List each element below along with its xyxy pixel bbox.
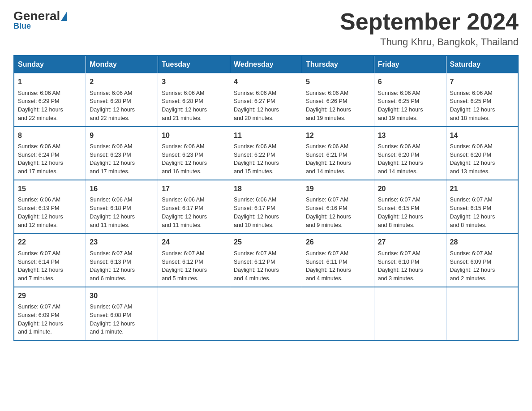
table-row: 22Sunrise: 6:07 AMSunset: 6:14 PMDayligh…: [14, 233, 86, 287]
table-row: 29Sunrise: 6:07 AMSunset: 6:09 PMDayligh…: [14, 287, 86, 340]
logo-blue-text: Blue: [13, 21, 31, 31]
day-info: Sunrise: 6:07 AMSunset: 6:15 PMDaylight:…: [450, 196, 514, 229]
day-info: Sunrise: 6:07 AMSunset: 6:16 PMDaylight:…: [306, 196, 370, 229]
day-info: Sunrise: 6:07 AMSunset: 6:15 PMDaylight:…: [378, 196, 442, 229]
day-info: Sunrise: 6:07 AMSunset: 6:08 PMDaylight:…: [90, 303, 154, 336]
title-area: September 2024 Thung Khru, Bangkok, Thai…: [340, 9, 519, 48]
day-info: Sunrise: 6:06 AMSunset: 6:27 PMDaylight:…: [234, 89, 298, 123]
day-info: Sunrise: 6:07 AMSunset: 6:13 PMDaylight:…: [90, 249, 154, 283]
day-info: Sunrise: 6:06 AMSunset: 6:25 PMDaylight:…: [450, 89, 514, 123]
day-number: 30: [90, 291, 154, 301]
day-number: 1: [18, 77, 82, 87]
calendar-week-row: 8Sunrise: 6:06 AMSunset: 6:24 PMDaylight…: [14, 127, 518, 180]
table-row: [302, 287, 374, 340]
logo-area: General Blue: [13, 9, 68, 31]
day-info: Sunrise: 6:07 AMSunset: 6:09 PMDaylight:…: [450, 249, 514, 283]
header-monday: Monday: [86, 56, 158, 73]
logo-arrow-icon: [61, 11, 67, 21]
table-row: 23Sunrise: 6:07 AMSunset: 6:13 PMDayligh…: [86, 233, 158, 287]
day-info: Sunrise: 6:07 AMSunset: 6:12 PMDaylight:…: [234, 249, 298, 283]
day-info: Sunrise: 6:07 AMSunset: 6:12 PMDaylight:…: [162, 249, 226, 283]
header-wednesday: Wednesday: [230, 56, 302, 73]
day-number: 19: [306, 184, 370, 194]
table-row: 15Sunrise: 6:06 AMSunset: 6:19 PMDayligh…: [14, 180, 86, 233]
table-row: 28Sunrise: 6:07 AMSunset: 6:09 PMDayligh…: [446, 233, 518, 287]
table-row: 16Sunrise: 6:06 AMSunset: 6:18 PMDayligh…: [86, 180, 158, 233]
table-row: 30Sunrise: 6:07 AMSunset: 6:08 PMDayligh…: [86, 287, 158, 340]
day-info: Sunrise: 6:06 AMSunset: 6:26 PMDaylight:…: [306, 89, 370, 123]
day-info: Sunrise: 6:06 AMSunset: 6:20 PMDaylight:…: [450, 142, 514, 176]
calendar-week-row: 15Sunrise: 6:06 AMSunset: 6:19 PMDayligh…: [14, 180, 518, 233]
day-number: 13: [378, 131, 442, 141]
day-info: Sunrise: 6:06 AMSunset: 6:18 PMDaylight:…: [90, 196, 154, 229]
day-number: 15: [18, 184, 82, 194]
day-number: 9: [90, 131, 154, 141]
day-number: 14: [450, 131, 514, 141]
day-number: 7: [450, 77, 514, 87]
day-info: Sunrise: 6:06 AMSunset: 6:28 PMDaylight:…: [90, 89, 154, 123]
table-row: 1Sunrise: 6:06 AMSunset: 6:29 PMDaylight…: [14, 73, 86, 127]
day-info: Sunrise: 6:07 AMSunset: 6:10 PMDaylight:…: [378, 249, 442, 283]
day-number: 11: [234, 131, 298, 141]
header-saturday: Saturday: [446, 56, 518, 73]
table-row: 14Sunrise: 6:06 AMSunset: 6:20 PMDayligh…: [446, 127, 518, 180]
header-sunday: Sunday: [14, 56, 86, 73]
day-number: 6: [378, 77, 442, 87]
day-info: Sunrise: 6:06 AMSunset: 6:17 PMDaylight:…: [162, 196, 226, 229]
table-row: 3Sunrise: 6:06 AMSunset: 6:28 PMDaylight…: [158, 73, 230, 127]
calendar-table: Sunday Monday Tuesday Wednesday Thursday…: [13, 55, 519, 341]
day-number: 21: [450, 184, 514, 194]
page-header: General Blue September 2024 Thung Khru, …: [13, 9, 519, 48]
table-row: 5Sunrise: 6:06 AMSunset: 6:26 PMDaylight…: [302, 73, 374, 127]
day-number: 3: [162, 77, 226, 87]
table-row: 8Sunrise: 6:06 AMSunset: 6:24 PMDaylight…: [14, 127, 86, 180]
day-info: Sunrise: 6:07 AMSunset: 6:14 PMDaylight:…: [18, 249, 82, 283]
header-friday: Friday: [374, 56, 446, 73]
day-number: 2: [90, 77, 154, 87]
table-row: 13Sunrise: 6:06 AMSunset: 6:20 PMDayligh…: [374, 127, 446, 180]
day-info: Sunrise: 6:06 AMSunset: 6:17 PMDaylight:…: [234, 196, 298, 229]
day-info: Sunrise: 6:06 AMSunset: 6:21 PMDaylight:…: [306, 142, 370, 176]
day-number: 8: [18, 131, 82, 141]
day-number: 5: [306, 77, 370, 87]
table-row: [374, 287, 446, 340]
day-number: 12: [306, 131, 370, 141]
day-info: Sunrise: 6:06 AMSunset: 6:29 PMDaylight:…: [18, 89, 82, 123]
table-row: 6Sunrise: 6:06 AMSunset: 6:25 PMDaylight…: [374, 73, 446, 127]
calendar-week-row: 1Sunrise: 6:06 AMSunset: 6:29 PMDaylight…: [14, 73, 518, 127]
day-info: Sunrise: 6:07 AMSunset: 6:09 PMDaylight:…: [18, 303, 82, 336]
table-row: 26Sunrise: 6:07 AMSunset: 6:11 PMDayligh…: [302, 233, 374, 287]
day-info: Sunrise: 6:06 AMSunset: 6:23 PMDaylight:…: [90, 142, 154, 176]
day-info: Sunrise: 6:06 AMSunset: 6:19 PMDaylight:…: [18, 196, 82, 229]
day-info: Sunrise: 6:07 AMSunset: 6:11 PMDaylight:…: [306, 249, 370, 283]
table-row: 27Sunrise: 6:07 AMSunset: 6:10 PMDayligh…: [374, 233, 446, 287]
month-title: September 2024: [340, 9, 519, 34]
table-row: 9Sunrise: 6:06 AMSunset: 6:23 PMDaylight…: [86, 127, 158, 180]
day-number: 24: [162, 237, 226, 247]
table-row: 17Sunrise: 6:06 AMSunset: 6:17 PMDayligh…: [158, 180, 230, 233]
day-number: 27: [378, 237, 442, 247]
day-number: 22: [18, 237, 82, 247]
table-row: 10Sunrise: 6:06 AMSunset: 6:23 PMDayligh…: [158, 127, 230, 180]
header-thursday: Thursday: [302, 56, 374, 73]
day-number: 16: [90, 184, 154, 194]
table-row: [446, 287, 518, 340]
day-info: Sunrise: 6:06 AMSunset: 6:28 PMDaylight:…: [162, 89, 226, 123]
day-number: 10: [162, 131, 226, 141]
day-number: 17: [162, 184, 226, 194]
table-row: 19Sunrise: 6:07 AMSunset: 6:16 PMDayligh…: [302, 180, 374, 233]
day-number: 28: [450, 237, 514, 247]
table-row: 11Sunrise: 6:06 AMSunset: 6:22 PMDayligh…: [230, 127, 302, 180]
day-info: Sunrise: 6:06 AMSunset: 6:20 PMDaylight:…: [378, 142, 442, 176]
table-row: 2Sunrise: 6:06 AMSunset: 6:28 PMDaylight…: [86, 73, 158, 127]
day-info: Sunrise: 6:06 AMSunset: 6:23 PMDaylight:…: [162, 142, 226, 176]
calendar-week-row: 22Sunrise: 6:07 AMSunset: 6:14 PMDayligh…: [14, 233, 518, 287]
header-tuesday: Tuesday: [158, 56, 230, 73]
day-info: Sunrise: 6:06 AMSunset: 6:24 PMDaylight:…: [18, 142, 82, 176]
calendar-week-row: 29Sunrise: 6:07 AMSunset: 6:09 PMDayligh…: [14, 287, 518, 340]
table-row: 18Sunrise: 6:06 AMSunset: 6:17 PMDayligh…: [230, 180, 302, 233]
day-info: Sunrise: 6:06 AMSunset: 6:25 PMDaylight:…: [378, 89, 442, 123]
day-number: 25: [234, 237, 298, 247]
day-info: Sunrise: 6:06 AMSunset: 6:22 PMDaylight:…: [234, 142, 298, 176]
table-row: 25Sunrise: 6:07 AMSunset: 6:12 PMDayligh…: [230, 233, 302, 287]
